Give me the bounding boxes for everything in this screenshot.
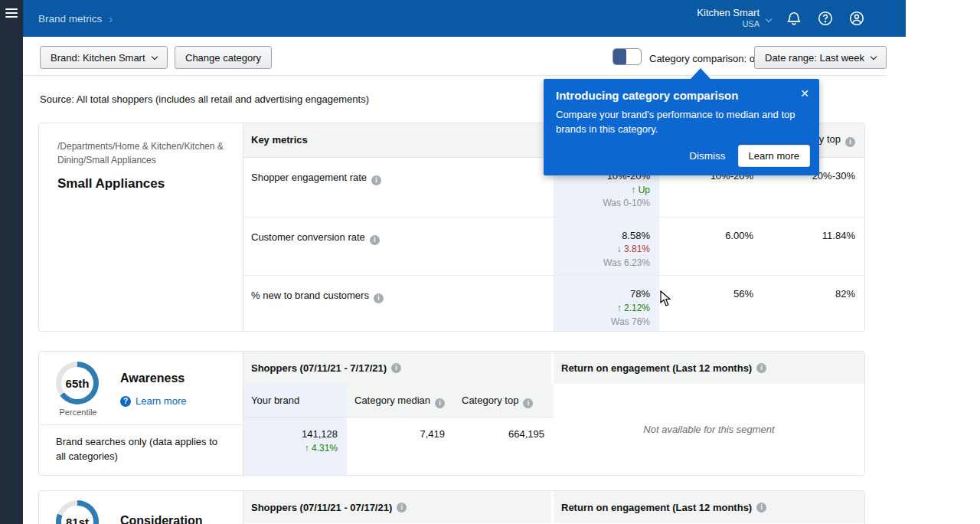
- column-header-category-top: Category top: [454, 384, 554, 417]
- chevron-down-icon: [871, 54, 877, 60]
- question-icon: [120, 396, 131, 407]
- category-comparison-toggle[interactable]: [612, 48, 642, 65]
- awareness-panel: 65th Percentile Awareness Learn more Bra…: [39, 352, 243, 475]
- info-icon[interactable]: [435, 398, 445, 408]
- category-path: /Departments/Home & Kitchen/Kitchen & Di…: [57, 139, 224, 167]
- category-top-cell: 82%: [763, 276, 864, 331]
- source-line: Source: All total shoppers (includes all…: [40, 93, 369, 105]
- info-icon[interactable]: [370, 235, 380, 245]
- popup-title: Introducing category comparison: [556, 89, 807, 102]
- breadcrumb[interactable]: Brand metrics ›: [38, 0, 113, 37]
- section-header-band: Shoppers (07/11/21 - 07/17/21) Return on…: [243, 491, 864, 523]
- column-header-row: Your brand Category median Category top: [243, 384, 554, 418]
- account-region: USA: [697, 19, 760, 30]
- section-header-band: Shoppers (07/11/21 - 7/17/21) Return on …: [243, 352, 864, 384]
- percentile-gauge: 81st: [56, 500, 99, 524]
- info-icon[interactable]: [397, 503, 407, 513]
- info-icon[interactable]: [756, 503, 766, 513]
- account-icon[interactable]: [848, 10, 865, 27]
- previous-value: Was 76%: [554, 316, 650, 329]
- hamburger-menu-icon[interactable]: [5, 8, 18, 18]
- info-icon[interactable]: [371, 175, 381, 185]
- previous-value: Was 0-10%: [554, 197, 650, 210]
- category-median-cell: 6.00%: [659, 218, 763, 276]
- metric-label: % new to brand customers: [243, 276, 554, 331]
- chevron-down-icon: [766, 16, 772, 22]
- percentile-value: 65th: [61, 367, 93, 399]
- key-metrics-title: Key metrics: [243, 134, 554, 146]
- toggle-knob: [613, 49, 626, 64]
- brand-select-button[interactable]: Brand: Kitchen Smart: [40, 46, 168, 69]
- metric-label: Shopper engagement rate: [243, 158, 554, 217]
- category-top-cell: 11.84%: [763, 218, 864, 276]
- bell-icon[interactable]: [786, 10, 802, 27]
- shoppers-header: Shoppers (07/11/21 - 07/17/21): [243, 491, 551, 523]
- info-icon[interactable]: [845, 137, 855, 147]
- data-row: 141,128 ↑ 4.31% 7,419 664,195: [243, 418, 554, 475]
- info-icon[interactable]: [374, 293, 384, 303]
- info-icon[interactable]: [523, 398, 533, 408]
- account-switcher[interactable]: Kitchen Smart USA: [697, 7, 771, 30]
- category-panel: /Departments/Home & Kitchen/Kitchen & Di…: [39, 123, 243, 331]
- change-value: ↑ 4.31%: [243, 442, 338, 455]
- table-row: % new to brand customers 78% ↑ 2.12% Was…: [243, 276, 864, 331]
- segment-note: Brand searches only (data applies to all…: [39, 424, 243, 474]
- category-median-cell: 56%: [659, 276, 763, 331]
- info-icon[interactable]: [391, 363, 401, 373]
- percentile-value: 81st: [61, 506, 93, 524]
- awareness-card: 65th Percentile Awareness Learn more Bra…: [38, 351, 865, 476]
- section-title: Awareness: [120, 372, 186, 385]
- dismiss-button[interactable]: Dismiss: [689, 150, 725, 162]
- your-brand-cell: 141,128 ↑ 4.31%: [243, 418, 347, 475]
- not-available-note: Not available for this segment: [643, 424, 774, 435]
- change-value: ↑ 2.12%: [554, 302, 650, 315]
- roe-header: Return on engagement (Last 12 months): [554, 352, 864, 384]
- your-brand-cell: 78% ↑ 2.12% Was 76%: [554, 276, 659, 331]
- category-comparison-label: Category comparison: on: [649, 53, 760, 64]
- roe-header: Return on engagement (Last 12 months): [554, 491, 864, 523]
- metric-label: Customer conversion rate: [243, 218, 554, 276]
- category-median-cell: 7,419: [347, 418, 454, 475]
- popup-arrow: [691, 68, 710, 79]
- category-comparison-popup: Introducing category comparison ✕ Compar…: [544, 79, 819, 175]
- column-header-category-median: Category median: [347, 384, 454, 417]
- popup-body: Compare your brand's performance to medi…: [556, 108, 801, 137]
- learn-more-link[interactable]: Learn more: [120, 395, 186, 407]
- date-range-button[interactable]: Date range: Last week: [754, 46, 887, 69]
- left-nav-rail: [0, 0, 23, 524]
- change-value: ↑ Up: [554, 184, 650, 197]
- table-row: Customer conversion rate 8.58% ↓ 3.81% W…: [243, 218, 864, 277]
- category-name: Small Appliances: [57, 176, 224, 192]
- category-top-cell: 664,195: [454, 418, 554, 475]
- percentile-gauge: 65th: [56, 362, 99, 404]
- info-icon[interactable]: [756, 363, 766, 373]
- section-title: Consideration: [120, 514, 203, 524]
- shoppers-header: Shoppers (07/11/21 - 7/17/21): [243, 352, 551, 384]
- top-navigation-bar: Brand metrics › Kitchen Smart USA: [23, 0, 906, 37]
- chevron-right-icon: ›: [109, 12, 113, 25]
- your-brand-cell: 8.58% ↓ 3.81% Was 6.23%: [554, 218, 659, 276]
- learn-more-button[interactable]: Learn more: [738, 145, 810, 167]
- help-icon[interactable]: [817, 10, 834, 27]
- previous-value: Was 6.23%: [554, 257, 650, 270]
- change-category-button[interactable]: Change category: [175, 46, 272, 69]
- percentile-label: Percentile: [56, 408, 100, 417]
- breadcrumb-label: Brand metrics: [38, 13, 102, 25]
- close-icon[interactable]: ✕: [800, 87, 809, 100]
- consideration-card: 81st Consideration Shoppers (07/11/21 - …: [38, 490, 865, 524]
- filters-toolbar: Brand: Kitchen Smart Change category Cat…: [23, 37, 887, 76]
- account-name: Kitchen Smart: [697, 7, 760, 19]
- change-value: ↓ 3.81%: [554, 243, 650, 256]
- roe-panel: Not available for this segment: [554, 384, 864, 475]
- column-header-your-brand: Your brand: [243, 384, 347, 417]
- chevron-down-icon: [151, 54, 157, 60]
- consideration-panel: 81st Consideration: [39, 491, 243, 524]
